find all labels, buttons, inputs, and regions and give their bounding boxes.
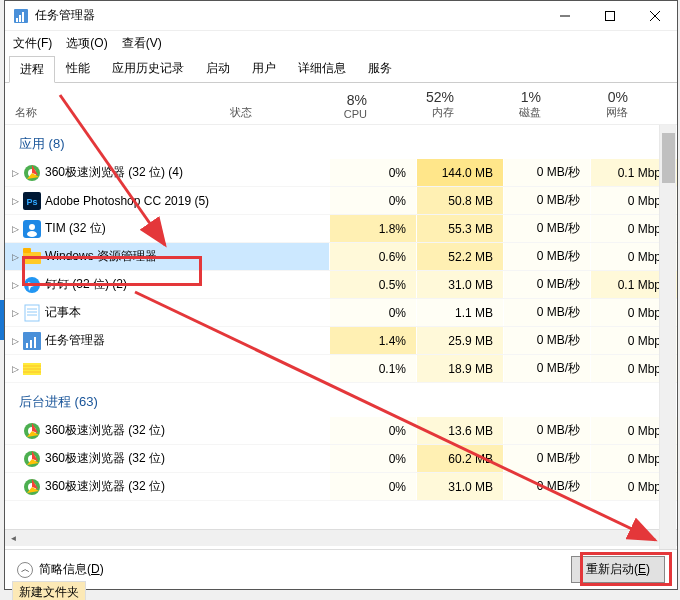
group-background: 后台进程 (63)	[5, 383, 677, 417]
expand-icon[interactable]: ▷	[5, 364, 19, 374]
header-name[interactable]: 名称	[5, 105, 230, 120]
tab-services[interactable]: 服务	[357, 55, 403, 82]
svg-rect-16	[23, 248, 31, 253]
memory-cell: 60.2 MB	[416, 445, 503, 472]
process-row[interactable]: ▷Windows 资源管理器0.6%52.2 MB0 MB/秒0 Mbps	[5, 243, 677, 271]
header-cpu[interactable]: 8%CPU	[290, 92, 377, 120]
app-icon: Ps	[23, 192, 41, 210]
header-disk[interactable]: 1%磁盘	[464, 89, 551, 120]
process-list[interactable]: 应用 (8)▷360极速浏览器 (32 位) (4)0%144.0 MB0 MB…	[5, 125, 677, 529]
process-name: 记事本	[45, 304, 329, 321]
footer: ︿ 简略信息(D) 重新启动(E)	[5, 549, 677, 589]
process-row[interactable]: ▷0.1%18.9 MB0 MB/秒0 Mbps	[5, 355, 677, 383]
cpu-cell: 0%	[329, 159, 416, 186]
tab-app-history[interactable]: 应用历史记录	[101, 55, 195, 82]
app-icon	[23, 360, 41, 378]
maximize-button[interactable]	[587, 1, 632, 31]
process-row[interactable]: 360极速浏览器 (32 位)0%31.0 MB0 MB/秒0 Mbps	[5, 473, 677, 501]
process-name: TIM (32 位)	[45, 220, 329, 237]
app-icon	[23, 220, 41, 238]
tab-performance[interactable]: 性能	[55, 55, 101, 82]
svg-rect-23	[26, 343, 28, 348]
column-headers[interactable]: 名称 状态 8%CPU 52%内存 1%磁盘 0%网络	[5, 83, 677, 125]
task-manager-icon	[13, 8, 29, 24]
memory-cell: 25.9 MB	[416, 327, 503, 354]
close-button[interactable]	[632, 1, 677, 31]
scroll-left-button[interactable]: ◄	[5, 530, 22, 547]
window-title: 任务管理器	[35, 7, 542, 24]
minimize-button[interactable]	[542, 1, 587, 31]
disk-cell: 0 MB/秒	[503, 445, 590, 472]
process-row[interactable]: 360极速浏览器 (32 位)0%60.2 MB0 MB/秒0 Mbps	[5, 445, 677, 473]
process-row[interactable]: 360极速浏览器 (32 位)0%13.6 MB0 MB/秒0 Mbps	[5, 417, 677, 445]
process-row[interactable]: ▷记事本0%1.1 MB0 MB/秒0 Mbps	[5, 299, 677, 327]
process-name: Windows 资源管理器	[45, 248, 329, 265]
tab-processes[interactable]: 进程	[9, 56, 55, 83]
svg-rect-15	[23, 252, 41, 264]
horizontal-scrollbar[interactable]: ◄ ►	[5, 529, 677, 546]
cpu-cell: 0.1%	[329, 355, 416, 382]
app-icon	[23, 422, 41, 440]
process-row[interactable]: ▷360极速浏览器 (32 位) (4)0%144.0 MB0 MB/秒0.1 …	[5, 159, 677, 187]
header-network[interactable]: 0%网络	[551, 89, 638, 120]
group-apps: 应用 (8)	[5, 125, 677, 159]
process-row[interactable]: ▷钉钉 (32 位) (2)0.5%31.0 MB0 MB/秒0.1 Mbps	[5, 271, 677, 299]
vertical-scrollbar[interactable]	[659, 125, 676, 549]
process-name: 360极速浏览器 (32 位)	[45, 422, 329, 439]
cpu-cell: 0%	[329, 299, 416, 326]
disk-cell: 0 MB/秒	[503, 299, 590, 326]
memory-cell: 13.6 MB	[416, 417, 503, 444]
expand-icon[interactable]: ▷	[5, 168, 19, 178]
process-row[interactable]: ▷任务管理器1.4%25.9 MB0 MB/秒0 Mbps	[5, 327, 677, 355]
disk-cell: 0 MB/秒	[503, 355, 590, 382]
tab-details[interactable]: 详细信息	[287, 55, 357, 82]
process-name: 360极速浏览器 (32 位)	[45, 478, 329, 495]
app-icon	[23, 276, 41, 294]
svg-rect-24	[30, 340, 32, 348]
memory-cell: 31.0 MB	[416, 271, 503, 298]
cpu-cell: 0%	[329, 473, 416, 500]
expand-icon[interactable]: ▷	[5, 224, 19, 234]
svg-rect-5	[605, 11, 614, 20]
process-name: Adobe Photoshop CC 2019 (5)	[45, 194, 329, 208]
cpu-cell: 0%	[329, 187, 416, 214]
menu-file[interactable]: 文件(F)	[13, 35, 52, 52]
app-icon	[23, 248, 41, 266]
disk-cell: 0 MB/秒	[503, 271, 590, 298]
svg-rect-25	[34, 337, 36, 348]
app-icon	[23, 332, 41, 350]
menu-view[interactable]: 查看(V)	[122, 35, 162, 52]
disk-cell: 0 MB/秒	[503, 187, 590, 214]
process-name: 360极速浏览器 (32 位)	[45, 450, 329, 467]
process-name: 任务管理器	[45, 332, 329, 349]
process-row[interactable]: ▷TIM (32 位)1.8%55.3 MB0 MB/秒0 Mbps	[5, 215, 677, 243]
app-icon	[23, 164, 41, 182]
expand-icon[interactable]: ▷	[5, 196, 19, 206]
titlebar[interactable]: 任务管理器	[5, 1, 677, 31]
cpu-cell: 0.5%	[329, 271, 416, 298]
svg-point-14	[27, 231, 37, 237]
app-icon	[23, 478, 41, 496]
svg-rect-2	[19, 15, 21, 22]
expand-icon[interactable]: ▷	[5, 336, 19, 346]
expand-icon[interactable]: ▷	[5, 280, 19, 290]
header-status[interactable]: 状态	[230, 105, 290, 120]
task-manager-window: 任务管理器 文件(F) 选项(O) 查看(V) 进程 性能 应用历史记录 启动 …	[4, 0, 678, 590]
header-memory[interactable]: 52%内存	[377, 89, 464, 120]
memory-cell: 18.9 MB	[416, 355, 503, 382]
vertical-scrollbar-thumb[interactable]	[662, 133, 675, 183]
tab-startup[interactable]: 启动	[195, 55, 241, 82]
process-row[interactable]: ▷PsAdobe Photoshop CC 2019 (5)0%50.8 MB0…	[5, 187, 677, 215]
menu-options[interactable]: 选项(O)	[66, 35, 107, 52]
fewer-details-button[interactable]: ︿ 简略信息(D)	[17, 561, 104, 578]
expand-icon[interactable]: ▷	[5, 252, 19, 262]
taskbar-folder-item[interactable]: 新建文件夹	[12, 581, 86, 600]
app-icon	[23, 304, 41, 322]
svg-rect-18	[25, 305, 39, 321]
tab-users[interactable]: 用户	[241, 55, 287, 82]
expand-icon[interactable]: ▷	[5, 308, 19, 318]
process-content: 名称 状态 8%CPU 52%内存 1%磁盘 0%网络 应用 (8)▷360极速…	[5, 83, 677, 549]
restart-button[interactable]: 重新启动(E)	[571, 556, 665, 583]
disk-cell: 0 MB/秒	[503, 473, 590, 500]
memory-cell: 52.2 MB	[416, 243, 503, 270]
